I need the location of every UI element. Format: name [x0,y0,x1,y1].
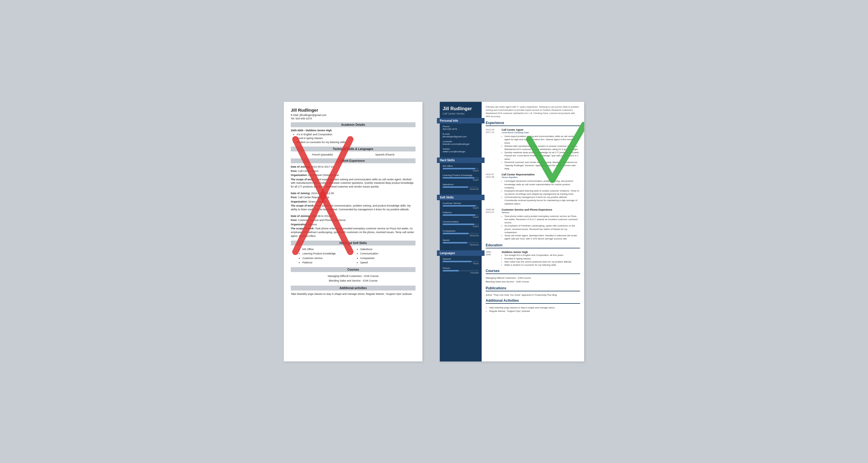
left-courses-content: Managing Difficult Customers - ICMI Cour… [291,274,415,283]
exp-company-3: Various [502,211,580,214]
list-item: Got straight A's in English and Composit… [504,254,580,257]
list-item: Patience [302,261,358,265]
list-item: Resolved customer and vendor issues quic… [504,161,580,170]
exp-entry-1: 2012-092017-10 Call Center Agent Level B… [486,128,580,170]
exp-details-2: Call Center Representative Sirano Aquati… [502,173,580,205]
left-additional-title: Additional activities [291,286,415,291]
list-item: Made a student co-counselor for my liste… [504,263,580,267]
summary-text: Friendly call center agent with 7+ years… [486,105,580,118]
sidebar-title: Call Center Worker [443,112,479,115]
education-section-title: Education [486,243,580,249]
list-item: MS Office [302,247,358,252]
personal-info-title: Personal Info [437,118,485,124]
list-item: Took phone orders and provided exemplary… [504,214,580,225]
left-additional-text: Take biweekly yoga classes to stay in sh… [291,292,415,296]
exp-details-1: Call Center Agent Level Bevel Climbing G… [502,128,580,170]
right-resume: Jill Rudlinger Call Center Worker Person… [440,102,584,361]
left-hard-soft-title: Hard and Soft Skills [291,240,415,245]
email-info: E-mail jillrudlinger@gmail.com [443,133,479,138]
skill-french: French Passable [443,267,479,274]
skill-customer-service: Customer Service Expert [443,202,479,209]
skill-compassion: Compassion Advanced [443,230,479,236]
sidebar-name: Jill Rudlinger [443,106,479,111]
exp-bullets-2: Leveraged advanced communication, proble… [504,179,580,205]
list-item: Blending Sales and Service - ICMI Course [291,278,415,283]
personal-info-section: Phone 503-935-1679 E-mail jillrudlinger@… [440,125,482,158]
publications-text: Article "They Can Hear You Smile" appear… [486,294,580,296]
sidebar-header: Jill Rudlinger Call Center Worker [440,102,482,118]
work-post: Post: Call Center Agent [291,169,415,173]
work-org: Organization: Various [291,223,415,227]
courses-section-title: Courses [486,269,580,274]
list-item: Take biweekly yoga classes to stay in sh… [489,306,580,309]
twitter-value: twitter.com/jillrudlinger [443,150,479,153]
left-academic-content: 2005-2009 - Stebbins Senior High A's in … [291,129,415,144]
list-item: A's in English and Composition [297,133,415,137]
list-item: Worked with manufacturers and vendors to… [504,144,580,151]
courses-content: Managing Difficult Customers - ICMI Cour… [486,276,580,284]
list-item: Temp call center agent, SpeedyCollect. H… [504,234,580,240]
hard-skills-title: Hard Skills [437,158,485,163]
list-item: Regular listener, "Support Ops" podcast. [489,309,580,313]
exp-dates-2: 2010-072012-08 [486,173,502,205]
exp-entry-2: 2010-072012-08 Call Center Representativ… [486,173,580,205]
list-item: Salesforce [360,247,416,252]
exp-company-2: Sirano Aquatics [502,176,580,178]
email-value: jillrudlinger@gmail.com [443,135,479,138]
list-item: Quickly mastered deep product knowledge … [504,151,580,161]
languages-title: Languages [437,251,485,256]
list-item: Blending Sales and Service - ICMI Course [486,280,580,284]
left-work-entry-2: Date of Joining: 2010-07 to 2012-08 Post… [291,192,415,211]
left-academic-title: Academic Details [291,122,415,127]
list-item: Excelled in typing classes. [504,257,580,260]
phone-info: Phone 503-935-1679 [443,125,479,130]
list-item: Good in typing classes [297,136,415,140]
soft-skills-section: Customer Service Expert Patience Expert … [440,202,482,251]
exp-dates-3: 2009-062012-07 [486,208,502,240]
work-org: Organization: Sirano Aquatics [291,200,415,204]
left-hard-soft-list: MS Office Learning Product Knowledge Cus… [302,247,415,265]
additional-content: Take biweekly yoga classes to stay in sh… [486,306,580,313]
work-date: Date of Joining: 2009-06 to 2012-07 [291,214,415,218]
skill-communication: Communication Expert [443,221,479,227]
exp-dates-1: 2012-092017-10 [486,128,502,170]
left-courses-title: Courses [291,267,415,272]
languages-section: Spanish Fluent French Passable [440,258,482,278]
skill-spanish: Spanish Fluent [443,258,479,265]
exp-bullets-1: Used expert problem solving and communic… [504,135,580,170]
list-item: Compassion [360,256,416,261]
list-item: Managing Difficult Customers - ICMI Cour… [291,274,415,278]
work-date: Date of Joining: 2012-09 to 2017-10 [291,165,415,169]
phone-value: 503-935-1679 [443,128,479,130]
work-org: Organization: Level Bevel Climbing Gear [291,173,415,177]
list-item: Leveraged advanced communication, proble… [504,179,580,189]
skill-speed: Speed Advanced [443,239,479,246]
list-item: Speed [360,261,416,265]
right-sidebar: Jill Rudlinger Call Center Worker Person… [440,102,482,361]
exp-details-3: Customer Service and Phone Experience Va… [502,208,580,240]
left-name: Jill Rudlinger [291,108,415,112]
list-item: Customer service [302,256,358,261]
left-work-entry-3: Date of Joining: 2009-06 to 2012-07 Post… [291,214,415,238]
left-work-title: Work Experience [291,158,415,163]
exp-title-2: Call Center Representative [502,173,580,176]
skill-ms-office: MS Office Expert [443,165,479,172]
phone-label: Phone [443,125,479,128]
soft-skills-title: Soft Skills [437,195,485,200]
exp-company-1: Level Bevel Climbing Gear [502,131,580,134]
left-work-entry-1: Date of Joining: 2012-09 to 2017-10 Post… [291,165,415,189]
work-date: Date of Joining: 2010-07 to 2012-08 [291,192,415,195]
list-item: Spanish (Fluent) [375,153,395,156]
exp-title-3: Customer Service and Phone Experience [502,208,580,211]
work-post: Post: Call Center Representative [291,196,415,199]
left-resume: Jill Rudlinger E-Mail: jillrudlinger@gma… [284,102,423,361]
skill-patience: Patience Expert [443,211,479,218]
left-skills-content: French (passable) Spanish (Fluent) [291,153,415,156]
exp-bullets-3: Took phone orders and provided exemplary… [504,214,580,240]
linkedin-info: LinkedIn linkedin.com/in/jillrudlinger [443,140,479,145]
list-item: As employee of Friedman Landscaping, spo… [504,224,580,234]
skill-product-knowledge: Learning Product Knowledge Expert [443,174,479,181]
left-school: 2005-2009 - Stebbins Senior High [291,129,415,132]
email-label: E-mail [443,133,479,135]
list-item: Managing Difficult Customers - ICMI Cour… [486,276,580,280]
